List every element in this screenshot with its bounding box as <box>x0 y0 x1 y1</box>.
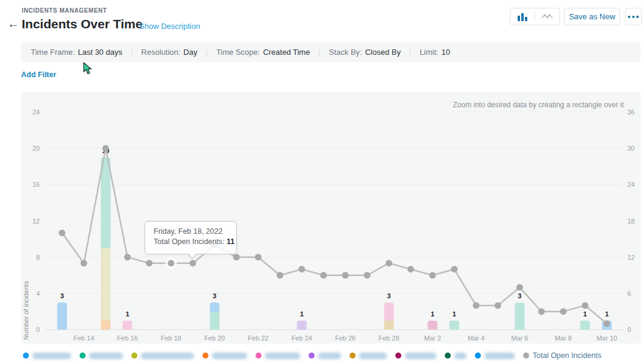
tooltip-series-value: Total Open Incidents: 11 <box>154 237 236 246</box>
legend-item-redacted[interactable] <box>350 353 387 359</box>
line-point[interactable] <box>189 260 196 266</box>
legend-item-redacted[interactable] <box>202 353 247 359</box>
line-point[interactable] <box>495 302 501 309</box>
line-point[interactable] <box>277 272 283 278</box>
left-axis-tick: 12 <box>33 218 40 225</box>
line-point[interactable] <box>255 254 262 260</box>
filter-summary-bar[interactable]: Time Frame:Last 30 days|Resolution:Day|T… <box>21 42 641 62</box>
ellipsis-icon <box>628 16 639 18</box>
filter-item-time-frame[interactable]: Time Frame:Last 30 days <box>31 48 122 57</box>
x-axis-tick: Feb 18 <box>161 334 181 342</box>
line-point[interactable] <box>81 260 87 266</box>
bar-segment <box>57 303 67 330</box>
bar-total-label: 1 <box>583 310 587 318</box>
x-axis-tick: Feb 20 <box>204 334 225 342</box>
legend-dot-icon <box>350 353 356 359</box>
filter-divider: | <box>131 48 133 57</box>
right-axis-tick: 0 <box>627 326 631 333</box>
legend-label-redacted <box>212 353 247 359</box>
legend-item-redacted[interactable] <box>131 353 194 359</box>
line-point[interactable] <box>364 272 371 278</box>
left-axis-tick: 20 <box>33 145 40 152</box>
tooltip-date: Friday, Feb 18, 2022 <box>154 227 236 236</box>
save-as-new-button[interactable]: Save as New <box>564 8 620 25</box>
bar-total-label: 1 <box>431 310 434 318</box>
filter-label: Resolution: <box>141 48 180 57</box>
line-point[interactable] <box>429 272 436 278</box>
line-point[interactable] <box>168 260 174 266</box>
legend-item-total-open-incidents[interactable]: Total Open Incidents <box>523 351 601 360</box>
left-axis-tick: 24 <box>33 108 40 116</box>
bar-segment <box>297 321 307 330</box>
line-point[interactable] <box>124 254 131 260</box>
legend-item-redacted[interactable] <box>23 353 71 359</box>
chart-panel[interactable]: 00468121218162420302436Zoom into desired… <box>21 92 641 344</box>
legend-item-redacted[interactable] <box>80 353 123 359</box>
bar-segment <box>428 321 438 330</box>
left-axis-tick: 4 <box>36 290 40 297</box>
filter-item-resolution[interactable]: Resolution:Day <box>141 48 197 57</box>
bar-chart-icon <box>517 12 528 22</box>
filter-item-limit[interactable]: Limit:10 <box>419 48 450 57</box>
filter-value: Day <box>183 48 197 57</box>
line-point[interactable] <box>538 308 545 315</box>
line-point[interactable] <box>320 272 327 278</box>
line-point[interactable] <box>451 266 457 272</box>
more-options-button[interactable] <box>625 8 642 25</box>
legend-dot-icon <box>523 353 529 359</box>
line-point[interactable] <box>473 302 480 309</box>
filter-label: Time Frame: <box>31 48 75 57</box>
filter-item-stack-by[interactable]: Stack By:Closed By <box>329 48 401 57</box>
left-axis-tick: 0 <box>36 326 40 333</box>
legend-label-redacted <box>318 353 341 359</box>
bar-segment <box>101 157 110 248</box>
line-point[interactable] <box>146 260 152 266</box>
bar-segment <box>515 303 524 330</box>
back-arrow-icon[interactable]: ← <box>7 17 19 31</box>
legend-item-redacted[interactable] <box>256 353 300 359</box>
line-point[interactable] <box>407 266 414 272</box>
line-point[interactable] <box>516 284 523 290</box>
bar-segment <box>210 312 219 330</box>
legend-dot-icon <box>131 353 137 359</box>
line-point[interactable] <box>386 260 392 266</box>
tooltip-series-label: Total Open Incidents: <box>154 237 224 246</box>
add-filter-link[interactable]: Add Filter <box>21 71 56 79</box>
bar-total-label: 3 <box>60 292 64 300</box>
incidents-over-time-chart[interactable]: 00468121218162420302436Zoom into desired… <box>21 92 641 344</box>
line-point[interactable] <box>233 254 240 260</box>
x-axis-tick: Feb 22 <box>248 334 268 342</box>
right-axis-tick: 6 <box>627 290 631 297</box>
line-chart-view-button[interactable] <box>535 8 559 25</box>
filter-value: Created Time <box>263 48 310 57</box>
legend-label-redacted <box>265 353 300 359</box>
filter-label: Stack By: <box>329 48 362 57</box>
left-axis-tick: 8 <box>36 254 40 261</box>
line-point[interactable] <box>604 320 610 327</box>
chart-tooltip: Friday, Feb 18, 2022 Total Open Incident… <box>145 221 237 254</box>
legend-dot-icon <box>23 353 29 359</box>
legend-dot-icon <box>202 353 209 359</box>
line-point[interactable] <box>582 302 588 309</box>
show-description-link[interactable]: Show Description <box>139 22 200 31</box>
legend-item-redacted[interactable] <box>445 353 466 359</box>
line-point[interactable] <box>342 272 349 278</box>
legend-label-redacted <box>485 353 515 359</box>
legend-item-redacted[interactable] <box>309 353 341 359</box>
line-point[interactable] <box>102 145 109 152</box>
bar-chart-view-button[interactable] <box>510 8 535 25</box>
legend-dot-icon <box>395 353 401 359</box>
legend-item-redacted[interactable] <box>395 353 436 359</box>
legend-item-redacted[interactable] <box>475 353 515 359</box>
legend-label-redacted <box>359 353 387 359</box>
line-point[interactable] <box>59 230 66 236</box>
y-axis-title: Number of incidents <box>22 199 30 364</box>
filter-label: Limit: <box>419 48 438 57</box>
line-point[interactable] <box>298 266 305 272</box>
filter-item-time-scope[interactable]: Time Scope:Created Time <box>216 48 310 57</box>
filter-divider: | <box>409 48 411 57</box>
line-point[interactable] <box>560 308 566 315</box>
filter-label: Time Scope: <box>216 48 260 57</box>
bar-segment <box>101 248 110 321</box>
bar-segment <box>122 321 132 330</box>
